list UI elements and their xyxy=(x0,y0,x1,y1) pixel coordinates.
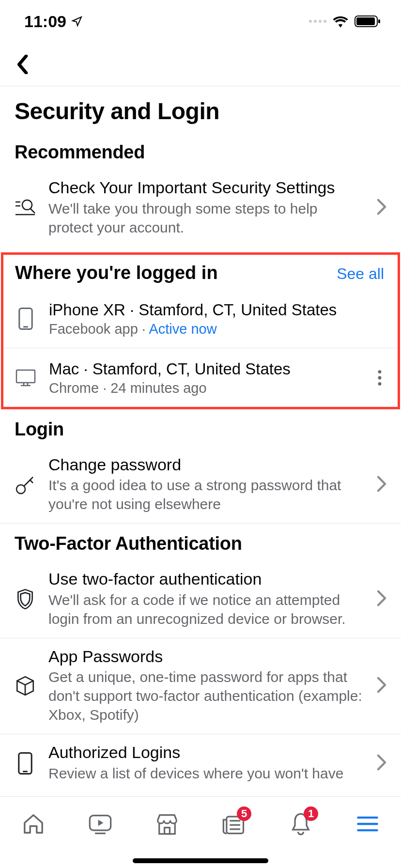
page-title: Security and Login xyxy=(0,86,401,142)
svg-point-16 xyxy=(378,382,382,386)
session-device: Mac · Stamford, CT, United States xyxy=(49,360,363,378)
svg-rect-1 xyxy=(356,17,375,25)
checklist-search-icon xyxy=(15,196,36,217)
notifications-badge: 1 xyxy=(304,806,318,821)
recommended-item-sub: We'll take you through some steps to hel… xyxy=(48,198,364,237)
chevron-right-icon xyxy=(377,199,386,215)
status-time: 11:09 xyxy=(24,12,66,31)
content: Security and Login Recommended Check You… xyxy=(0,86,401,794)
section-heading-logged-in: Where you're logged in xyxy=(15,263,218,283)
app-passwords-item[interactable]: App Passwords Get a unique, one-time pas… xyxy=(0,638,401,735)
svg-line-6 xyxy=(31,209,35,213)
change-password-sub: It's a good idea to use a strong passwor… xyxy=(48,475,364,513)
session-device: iPhone XR · Stamford, CT, United States xyxy=(49,301,384,319)
wifi-icon xyxy=(332,15,349,28)
svg-rect-21 xyxy=(19,753,31,774)
page-header xyxy=(0,43,401,86)
use-twofa-title: Use two-factor authentication xyxy=(48,569,364,589)
see-all-link[interactable]: See all xyxy=(337,265,384,283)
battery-icon xyxy=(355,15,382,28)
section-heading-recommended: Recommended xyxy=(0,142,401,170)
app-passwords-title: App Passwords xyxy=(48,646,364,667)
svg-line-19 xyxy=(30,480,33,483)
tab-watch[interactable] xyxy=(81,809,120,838)
status-right xyxy=(309,15,382,28)
chevron-right-icon xyxy=(377,590,386,606)
signal-dots-icon xyxy=(309,20,326,23)
change-password-title: Change password xyxy=(48,454,364,475)
svg-point-14 xyxy=(378,370,382,373)
tab-news[interactable]: 5 xyxy=(215,809,253,838)
status-left: 11:09 xyxy=(24,12,83,31)
dots-vertical-icon xyxy=(377,370,382,386)
tab-home[interactable] xyxy=(14,809,53,838)
change-password-item[interactable]: Change password It's a good idea to use … xyxy=(0,447,401,524)
hamburger-icon xyxy=(356,815,379,833)
status-bar: 11:09 xyxy=(0,0,401,43)
phone-icon xyxy=(15,750,36,775)
authorized-logins-title: Authorized Logins xyxy=(48,742,364,763)
location-icon xyxy=(71,16,83,27)
section-heading-login: Login xyxy=(0,419,401,447)
svg-rect-25 xyxy=(165,827,170,834)
authorized-logins-item[interactable]: Authorized Logins Review a list of devic… xyxy=(0,734,401,792)
news-badge: 5 xyxy=(237,806,251,821)
chevron-right-icon xyxy=(377,476,386,492)
session-detail: Facebook app · Active now xyxy=(49,319,384,337)
svg-rect-8 xyxy=(19,308,32,329)
session-menu-button[interactable] xyxy=(375,367,384,389)
section-heading-twofa: Two-Factor Authentication xyxy=(0,533,401,561)
logged-in-box: Where you're logged in See all iPhone XR… xyxy=(1,252,400,409)
app-passwords-sub: Get a unique, one-time password for apps… xyxy=(48,666,364,724)
tab-marketplace[interactable] xyxy=(148,809,186,838)
chevron-left-icon xyxy=(15,55,29,74)
key-icon xyxy=(15,472,36,496)
session-detail: Chrome · 24 minutes ago xyxy=(49,378,363,396)
back-button[interactable] xyxy=(13,55,32,74)
use-twofa-sub: We'll ask for a code if we notice an att… xyxy=(48,589,364,628)
tab-menu[interactable] xyxy=(348,809,387,838)
chevron-right-icon xyxy=(377,754,386,771)
phone-icon xyxy=(15,307,36,330)
svg-point-15 xyxy=(378,376,382,380)
svg-point-5 xyxy=(22,200,32,210)
session-row[interactable]: iPhone XR · Stamford, CT, United States … xyxy=(3,289,398,348)
authorized-logins-sub: Review a list of devices where you won't… xyxy=(48,763,364,783)
chevron-right-icon xyxy=(377,677,386,693)
home-indicator xyxy=(133,858,268,863)
shield-icon xyxy=(15,586,36,610)
svg-rect-10 xyxy=(16,370,35,383)
recommended-item[interactable]: Check Your Important Security Settings W… xyxy=(0,170,401,247)
recommended-item-title: Check Your Important Security Settings xyxy=(48,177,364,198)
tab-notifications[interactable]: 1 xyxy=(281,809,320,838)
svg-rect-2 xyxy=(378,19,380,23)
watch-icon xyxy=(88,813,113,835)
desktop-icon xyxy=(15,368,36,388)
marketplace-icon xyxy=(154,812,180,836)
cube-icon xyxy=(15,673,36,697)
home-icon xyxy=(21,812,46,836)
session-row[interactable]: Mac · Stamford, CT, United States Chrome… xyxy=(3,348,398,407)
use-twofa-item[interactable]: Use two-factor authentication We'll ask … xyxy=(0,561,401,638)
active-now-label: Active now xyxy=(149,321,216,337)
bottom-tab-bar: 5 1 xyxy=(0,796,401,851)
